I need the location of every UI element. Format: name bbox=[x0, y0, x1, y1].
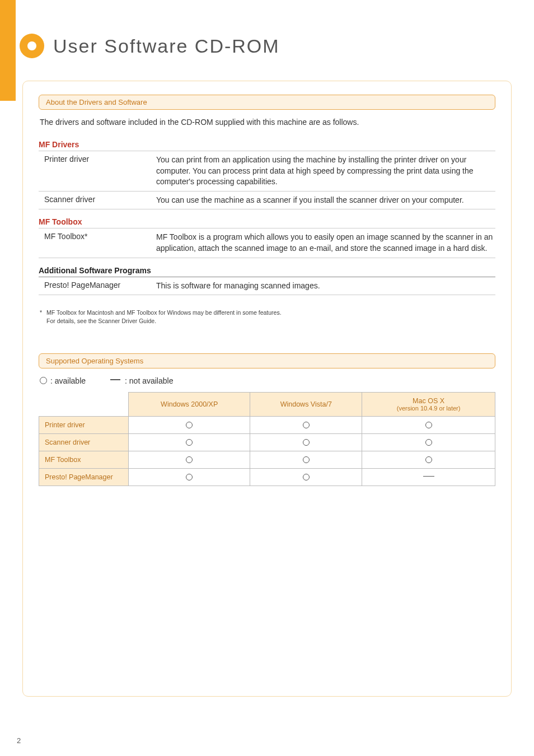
group-heading: MF Drivers bbox=[39, 140, 495, 151]
row-key: Scanner driver bbox=[44, 195, 156, 206]
support-cell bbox=[362, 451, 495, 468]
support-cell bbox=[250, 468, 362, 486]
support-cell bbox=[362, 416, 495, 433]
circle-icon bbox=[303, 422, 310, 428]
circle-icon bbox=[186, 422, 193, 428]
circle-icon bbox=[186, 439, 193, 446]
row-label: Presto! PageManager bbox=[39, 468, 129, 486]
circle-icon bbox=[40, 377, 47, 384]
table-body: Printer driverScanner driverMF ToolboxPr… bbox=[39, 416, 495, 486]
table-row: MF Toolbox*MF Toolbox is a program which… bbox=[39, 228, 495, 258]
table-corner-cell bbox=[39, 392, 129, 416]
table-row: MF Toolbox bbox=[39, 451, 495, 468]
group-heading: Additional Software Programs bbox=[39, 266, 495, 277]
row-label: Printer driver bbox=[39, 416, 129, 433]
content-wrapper: User Software CD-ROM About the Drivers a… bbox=[22, 34, 512, 734]
row-label: MF Toolbox bbox=[39, 451, 129, 468]
row-key: MF Toolbox* bbox=[44, 232, 156, 254]
title-row: User Software CD-ROM bbox=[20, 34, 512, 58]
bullet-icon bbox=[20, 34, 44, 58]
bullet-inner-icon bbox=[27, 41, 36, 50]
left-accent-bar bbox=[0, 0, 16, 101]
groups-container: MF DriversPrinter driverYou can print fr… bbox=[39, 140, 495, 303]
table-row: Scanner driver bbox=[39, 433, 495, 451]
section-header-os: Supported Operating Systems bbox=[39, 353, 495, 368]
circle-icon bbox=[303, 439, 310, 446]
footnote-line1: MF Toolbox for Macintosh and MF Toolbox … bbox=[46, 309, 282, 316]
intro-text: The drivers and software included in the… bbox=[39, 118, 495, 127]
footnote: *MF Toolbox for Macintosh and MF Toolbox… bbox=[39, 309, 495, 325]
group-heading: MF Toolbox bbox=[39, 217, 495, 228]
page-title: User Software CD-ROM bbox=[53, 35, 280, 57]
table-row: Printer driverYou can print from an appl… bbox=[39, 151, 495, 192]
row-value: MF Toolbox is a program which allows you… bbox=[156, 232, 495, 254]
main-panel: About the Drivers and Software The drive… bbox=[22, 81, 512, 697]
circle-icon bbox=[186, 474, 193, 480]
support-cell bbox=[129, 433, 250, 451]
legend-not-available: : not available bbox=[125, 376, 173, 385]
dash-icon bbox=[423, 476, 434, 477]
circle-icon bbox=[425, 422, 432, 428]
support-cell bbox=[362, 433, 495, 451]
circle-icon bbox=[425, 456, 432, 463]
support-cell bbox=[250, 433, 362, 451]
row-label: Scanner driver bbox=[39, 433, 129, 451]
row-value: You can print from an application using … bbox=[156, 155, 495, 188]
table-header-row: Windows 2000/XPWindows Vista/7Mac OS X(v… bbox=[39, 392, 495, 416]
support-cell bbox=[129, 468, 250, 486]
table-row: Presto! PageManagerThis is software for … bbox=[39, 277, 495, 296]
row-key: Printer driver bbox=[44, 155, 156, 188]
circle-icon bbox=[425, 439, 432, 446]
support-cell bbox=[129, 416, 250, 433]
circle-icon bbox=[303, 474, 310, 480]
circle-icon bbox=[186, 456, 193, 463]
table-header-cell: Windows 2000/XP bbox=[129, 392, 250, 416]
dash-icon bbox=[110, 379, 120, 380]
footnote-line2: For details, see the Scanner Driver Guid… bbox=[46, 318, 156, 324]
support-cell bbox=[250, 451, 362, 468]
support-cell bbox=[129, 451, 250, 468]
circle-icon bbox=[303, 456, 310, 463]
os-support-table: Windows 2000/XPWindows Vista/7Mac OS X(v… bbox=[39, 392, 495, 486]
support-cell bbox=[250, 416, 362, 433]
support-cell bbox=[362, 468, 495, 486]
row-value: This is software for managing scanned im… bbox=[156, 281, 495, 292]
footnote-star-icon: * bbox=[40, 309, 46, 317]
table-header-cell: Windows Vista/7 bbox=[250, 392, 362, 416]
row-key: Presto! PageManager bbox=[44, 281, 156, 292]
table-row: Scanner driverYou can use the machine as… bbox=[39, 192, 495, 210]
table-row: Presto! PageManager bbox=[39, 468, 495, 486]
section-header-drivers: About the Drivers and Software bbox=[39, 95, 495, 110]
table-header-cell: Mac OS X(version 10.4.9 or later) bbox=[362, 392, 495, 416]
legend-available: : available bbox=[50, 376, 86, 385]
legend: : available : not available bbox=[40, 376, 495, 385]
footnote-indent bbox=[40, 317, 46, 325]
table-row: Printer driver bbox=[39, 416, 495, 433]
row-value: You can use the machine as a scanner if … bbox=[156, 195, 495, 206]
page-number: 2 bbox=[17, 736, 21, 745]
